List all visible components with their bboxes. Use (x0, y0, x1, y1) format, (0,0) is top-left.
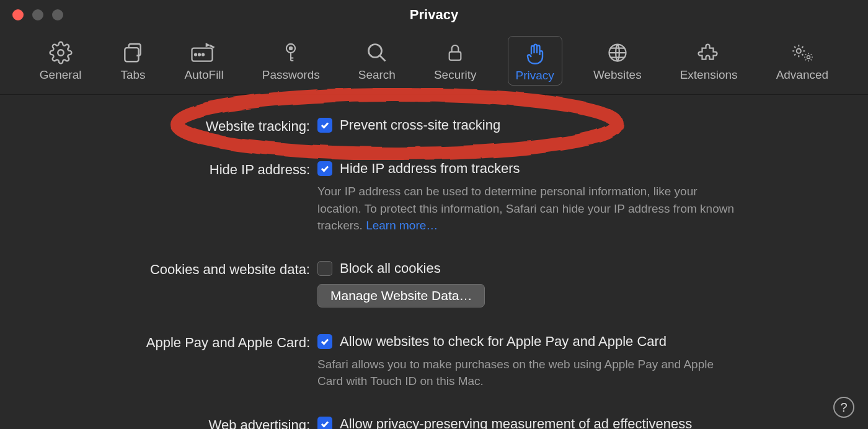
toolbar-tab-security[interactable]: Security (427, 36, 484, 86)
toolbar-label: Advanced (776, 68, 829, 82)
web-advertising-option-label: Allow privacy-preserving measurement of … (340, 416, 692, 429)
hide-ip-learn-more-link[interactable]: Learn more… (366, 219, 438, 232)
toolbar-label: AutoFill (184, 68, 223, 82)
apple-pay-option-label: Allow websites to check for Apple Pay an… (340, 334, 666, 350)
website-tracking-row: Website tracking: Prevent cross-site tra… (37, 117, 831, 135)
svg-rect-2 (125, 48, 139, 61)
svg-point-6 (202, 54, 204, 56)
search-icon (364, 40, 390, 66)
web-advertising-row: Web advertising: Allow privacy-preservin… (37, 416, 831, 429)
toolbar-label: Passwords (262, 68, 320, 82)
svg-point-4 (195, 54, 197, 56)
help-button[interactable]: ? (833, 397, 854, 418)
window-title: Privacy (0, 7, 868, 23)
toolbar-tab-privacy[interactable]: Privacy (508, 36, 562, 86)
window-titlebar: Privacy (0, 0, 868, 30)
cookies-row: Cookies and website data: Block all cook… (37, 260, 831, 307)
svg-point-8 (290, 47, 292, 50)
tabs-icon (120, 40, 146, 66)
apple-pay-description: Safari allows you to make purchases on t… (317, 356, 739, 390)
toolbar-label: Privacy (516, 69, 554, 82)
hide-ip-checkbox[interactable] (317, 161, 332, 176)
hide-ip-description: Your IP address can be used to determine… (317, 183, 739, 234)
toolbar-tab-general[interactable]: General (32, 36, 89, 86)
toolbar-tab-passwords[interactable]: Passwords (255, 36, 327, 86)
web-advertising-checkbox[interactable] (317, 417, 332, 429)
privacy-settings-panel: Website tracking: Prevent cross-site tra… (0, 95, 868, 429)
hide-ip-label: Hide IP address: (37, 161, 317, 178)
toolbar-tab-websites[interactable]: Websites (586, 36, 649, 86)
key-icon (278, 40, 304, 66)
puzzle-icon (696, 40, 722, 66)
svg-point-13 (807, 56, 810, 59)
preferences-toolbar: General Tabs AutoFill Passwords Search S… (0, 30, 868, 95)
svg-point-9 (368, 45, 381, 58)
lock-icon (442, 40, 468, 66)
autofill-icon (191, 40, 217, 66)
web-advertising-label: Web advertising: (37, 416, 317, 429)
svg-rect-10 (450, 52, 461, 60)
toolbar-tab-tabs[interactable]: Tabs (112, 36, 153, 86)
globe-icon (604, 40, 631, 66)
gear-icon (48, 40, 74, 66)
window-controls (0, 9, 63, 20)
apple-pay-checkbox[interactable] (317, 334, 332, 349)
apple-pay-row: Apple Pay and Apple Card: Allow websites… (37, 334, 831, 390)
close-window-button[interactable] (12, 9, 24, 20)
toolbar-label: Search (358, 68, 396, 82)
toolbar-label: Tabs (120, 68, 145, 82)
block-all-cookies-label: Block all cookies (340, 260, 441, 276)
website-tracking-label: Website tracking: (37, 117, 317, 135)
svg-point-12 (797, 49, 801, 53)
toolbar-label: Security (434, 68, 477, 82)
toolbar-tab-extensions[interactable]: Extensions (673, 36, 745, 86)
hide-ip-row: Hide IP address: Hide IP address from tr… (37, 161, 831, 234)
cookies-label: Cookies and website data: (37, 260, 317, 278)
block-all-cookies-checkbox[interactable] (317, 261, 332, 276)
help-icon: ? (840, 400, 847, 415)
toolbar-tab-search[interactable]: Search (351, 36, 403, 86)
hand-icon (522, 40, 548, 66)
zoom-window-button[interactable] (52, 9, 63, 20)
svg-point-5 (198, 54, 200, 56)
toolbar-label: Extensions (680, 68, 738, 82)
manage-website-data-button[interactable]: Manage Website Data… (317, 284, 485, 307)
toolbar-tab-advanced[interactable]: Advanced (769, 36, 836, 86)
gears-icon (789, 40, 815, 66)
prevent-cross-site-tracking-checkbox[interactable] (317, 118, 332, 133)
toolbar-label: Websites (593, 68, 642, 82)
svg-point-1 (58, 50, 64, 56)
prevent-cross-site-tracking-label: Prevent cross-site tracking (340, 117, 500, 133)
toolbar-label: General (40, 68, 82, 82)
apple-pay-label: Apple Pay and Apple Card: (37, 334, 317, 351)
minimize-window-button[interactable] (32, 9, 43, 20)
toolbar-tab-autofill[interactable]: AutoFill (177, 36, 231, 86)
hide-ip-option-label: Hide IP address from trackers (340, 161, 520, 177)
